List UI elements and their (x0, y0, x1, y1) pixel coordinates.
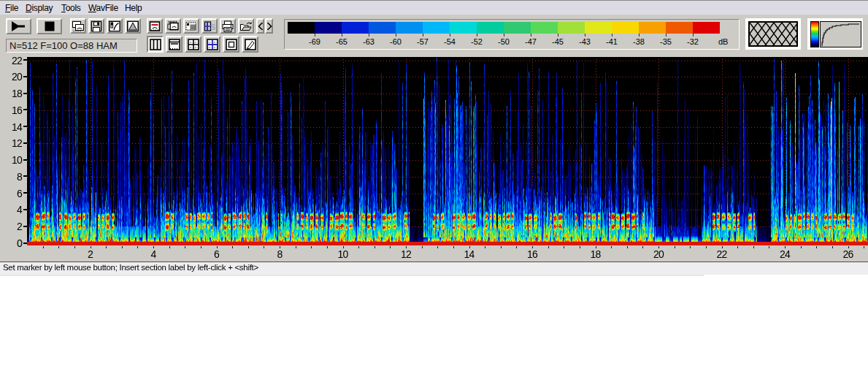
svg-text:S: S (210, 22, 215, 31)
